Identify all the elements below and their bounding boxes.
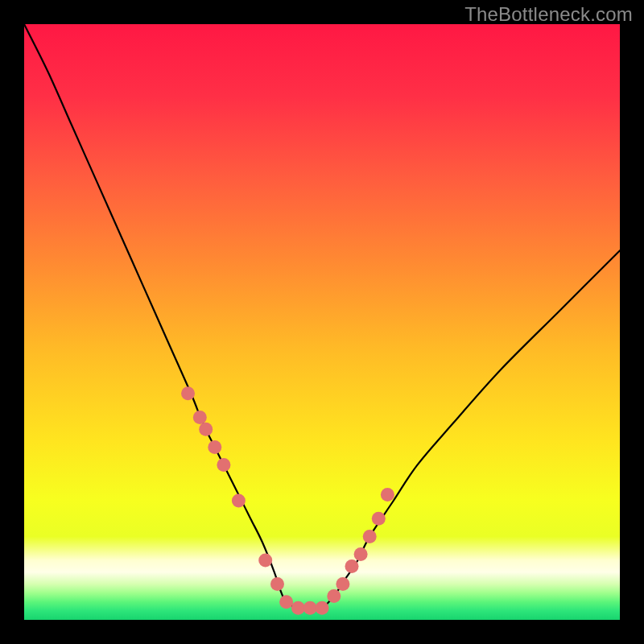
marker-point xyxy=(303,601,317,615)
marker-point xyxy=(217,458,230,472)
marker-point xyxy=(258,554,272,568)
marker-point xyxy=(232,494,246,508)
marker-point xyxy=(291,601,305,615)
marker-point xyxy=(345,559,359,573)
marker-point xyxy=(208,440,221,454)
chart-stage: TheBottleneck.com xyxy=(0,0,644,644)
marker-point xyxy=(354,547,368,561)
marker-point xyxy=(181,386,195,400)
marker-point xyxy=(363,530,377,543)
bottleneck-curve xyxy=(24,24,620,609)
marker-point xyxy=(336,577,349,591)
curve-layer xyxy=(24,24,620,620)
marker-point xyxy=(327,589,341,603)
marker-point xyxy=(372,512,386,526)
marker-point xyxy=(279,595,293,609)
marker-point xyxy=(199,423,213,436)
marker-point xyxy=(270,577,284,591)
highlighted-points xyxy=(181,386,394,614)
marker-point xyxy=(316,601,329,615)
marker-point xyxy=(381,488,394,502)
watermark-text: TheBottleneck.com xyxy=(464,3,633,26)
marker-point xyxy=(193,411,207,424)
plot-area xyxy=(24,24,620,620)
